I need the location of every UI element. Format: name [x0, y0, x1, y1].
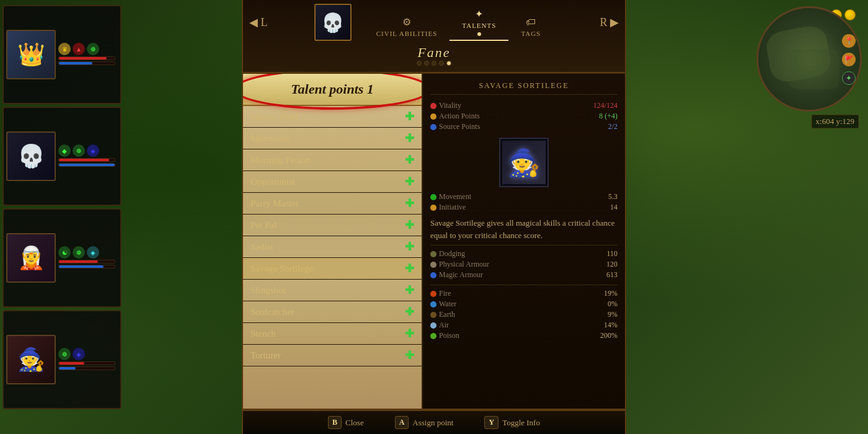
earth-value: 9%	[608, 310, 618, 319]
portrait-face-2: 💀	[7, 133, 55, 180]
party-panel: 👑 ♛ ▲ ❁ 💀 ◆ ❁	[0, 0, 124, 434]
char-name: Fane	[417, 45, 450, 61]
talent-add-sadist: ✚	[405, 241, 414, 252]
talent-list[interactable]: Talent points 1 Master Thief ✚ Mnemonic …	[243, 74, 423, 409]
party-member-2[interactable]: 💀 ◆ ❁ ◈	[2, 107, 122, 206]
talent-add-stench: ✚	[405, 328, 414, 339]
talent-item-savage-sortilege[interactable]: Savage Sortilege ✚	[243, 258, 422, 280]
assign-button[interactable]: A Assign point	[395, 416, 454, 429]
drop-icon: ◈	[87, 144, 99, 157]
close-label: Close	[345, 418, 364, 428]
air-icon	[430, 322, 436, 329]
talent-name-torturer: Torturer	[250, 350, 281, 361]
bottom-bar: B Close A Assign point Y Toggle Info	[242, 410, 626, 434]
talent-name-slingshot: Slingshot	[250, 285, 286, 296]
fire-value: 19%	[604, 289, 618, 298]
dodge-value: 110	[606, 249, 618, 259]
health-area-3	[58, 260, 115, 270]
party-member-3[interactable]: 🧝 ☯ ❁ ◈	[2, 208, 122, 308]
talent-name-master-thief: Master Thief	[250, 112, 299, 122]
talent-icon: 🧙	[508, 148, 540, 178]
init-icon	[430, 205, 436, 211]
water-value: 0%	[608, 299, 618, 309]
portrait-face-1: 👑	[7, 31, 55, 78]
talent-item-soulcatcher[interactable]: Soulcatcher ✚	[243, 301, 422, 323]
member-icons-2: ◆ ❁ ◈	[58, 144, 115, 157]
talent-add-morning-person: ✚	[405, 154, 414, 166]
talent-item-opportunist[interactable]: Opportunist ✚	[243, 171, 422, 193]
move-label: Movement	[439, 192, 471, 202]
mana-fill-1	[59, 62, 92, 64]
stat-fire: Fire 19%	[430, 289, 618, 298]
tab-civil[interactable]: ⚙ CIVIL ABILITIES	[364, 12, 450, 41]
close-button[interactable]: B Close	[328, 416, 364, 429]
char-tabs: ⚙ CIVIL ABILITIES ✦ TALENTS 🏷 TAGS	[364, 4, 553, 41]
talent-item-morning-person[interactable]: Morning Person ✚	[243, 149, 422, 171]
b-key: B	[328, 416, 342, 429]
ap-icon	[430, 113, 436, 120]
health-area-1	[58, 56, 115, 66]
flag-icon[interactable]: 🚩	[842, 53, 856, 66]
talent-item-slingshot[interactable]: Slingshot ✚	[243, 280, 422, 301]
talent-item-parry-master[interactable]: Parry Master ✚	[243, 193, 422, 215]
magarm-icon	[430, 272, 436, 278]
y-key: Y	[484, 416, 498, 429]
drop-icon-3: ◈	[73, 348, 85, 360]
location-icon[interactable]: 📍	[842, 34, 856, 48]
stat-water: Water 0%	[430, 299, 618, 309]
talent-name-parry-master: Parry Master	[250, 198, 299, 209]
wreath-icon-4: ❁	[58, 348, 71, 360]
talent-item-mnemonic[interactable]: Mnemonic ✚	[243, 128, 422, 149]
talent-item-master-thief[interactable]: Master Thief ✚	[243, 106, 422, 128]
header-row: ◀ L 💀 ⚙ CIVIL ABILITIES ✦ TALENTS 🏷	[249, 4, 619, 41]
talent-add-savage-sortilege: ✚	[405, 263, 414, 274]
member-icons-1: ♛ ▲ ❁	[58, 43, 115, 55]
mana-fill-2	[59, 164, 115, 166]
talent-item-pet-pal[interactable]: Pet Pal ✚	[243, 215, 422, 236]
earth-icon	[430, 312, 436, 318]
physarm-value: 120	[606, 260, 618, 269]
talent-item-stench[interactable]: Stench ✚	[243, 323, 422, 345]
earth-label: Earth	[439, 310, 455, 319]
physarm-label: Physical Armour	[439, 260, 489, 269]
mana-bar-1	[58, 61, 115, 65]
divider	[430, 245, 618, 246]
talent-name-morning-person: Morning Person	[250, 155, 311, 166]
talent-add-pet-pal: ✚	[405, 219, 414, 231]
nav-left-arrow[interactable]: ◀ L	[249, 16, 268, 29]
tab-tags-label: TAGS	[521, 30, 541, 37]
tab-tags[interactable]: 🏷 TAGS	[508, 13, 553, 41]
mana-bar-4	[58, 366, 115, 370]
stat-physarm: Physical Armour 120	[430, 260, 618, 269]
talent-name-pet-pal: Pet Pal	[250, 220, 277, 231]
talent-points-header: Talent points 1	[243, 74, 422, 106]
red-icon-1: ▲	[73, 43, 85, 55]
stat-init: Initiative 14	[430, 203, 618, 212]
talent-name-opportunist: Opportunist	[250, 177, 295, 187]
fire-icon	[430, 291, 436, 297]
talent-add-master-thief: ✚	[405, 111, 414, 122]
talent-item-sadist[interactable]: Sadist ✚	[243, 236, 422, 258]
member-icons-4: ❁ ◈	[58, 348, 115, 360]
mana-fill-3	[59, 265, 104, 268]
toggle-button[interactable]: Y Toggle Info	[484, 416, 540, 429]
tab-talents[interactable]: ✦ TALENTS	[450, 4, 508, 41]
party-member-1[interactable]: 👑 ♛ ▲ ❁	[2, 5, 122, 104]
stat-magarm: Magic Armour 613	[430, 270, 618, 280]
health-bar-2	[58, 158, 115, 162]
water-label: Water	[439, 299, 456, 309]
civil-icon: ⚙	[402, 16, 412, 28]
talent-item-torturer[interactable]: Torturer ✚	[243, 345, 422, 366]
drop-icon-2: ◈	[87, 246, 99, 259]
dodge-label: Dodging	[439, 249, 465, 259]
talent-name-stench: Stench	[250, 329, 276, 339]
party-member-4[interactable]: 🧙 ❁ ◈	[2, 310, 122, 409]
air-value: 14%	[604, 321, 618, 330]
sp-icon	[430, 124, 436, 130]
stat-poison: Poison 200%	[430, 331, 618, 340]
minimap-side-icons: 📍 🚩 ✦	[842, 34, 856, 85]
poison-label: Poison	[439, 331, 459, 340]
compass-icon[interactable]: ✦	[842, 71, 856, 85]
detail-description: Savage Sortilege gives all magical skill…	[430, 217, 618, 241]
nav-right-arrow[interactable]: R ▶	[600, 16, 619, 29]
